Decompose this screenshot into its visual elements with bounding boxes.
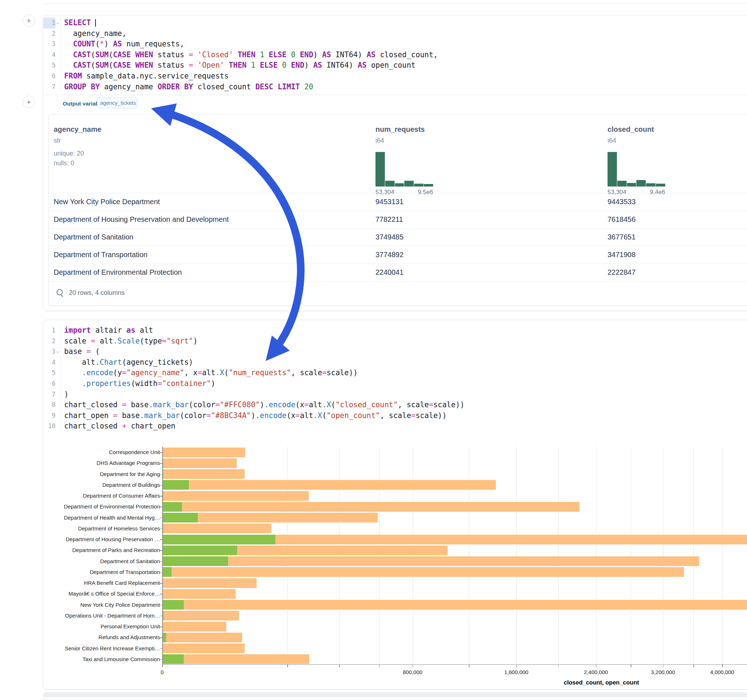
column-header[interactable]: num_requests	[375, 125, 425, 134]
line-number: 5	[43, 368, 56, 379]
bar-open-count	[162, 546, 237, 555]
gridline	[287, 447, 287, 665]
code-line[interactable]: 7GROUP BY agency_name ORDER BY closed_co…	[43, 82, 747, 92]
previous-cell-divider	[43, 4, 747, 4]
table-cell: 3471908	[608, 246, 636, 264]
x-tick	[558, 665, 559, 667]
line-number: 10	[43, 421, 56, 432]
python-editor[interactable]: 1import altair as alt2scale = alt.Scale(…	[43, 325, 747, 433]
bar-open-count	[162, 535, 275, 545]
line-number: 4	[43, 50, 56, 60]
chart-y-label: Department of Buildings	[45, 480, 160, 490]
table-row: New York City Police Department945313194…	[48, 193, 747, 211]
chart-y-label: DHS Advantage Programs	[45, 458, 160, 468]
bar-open-count	[162, 600, 184, 609]
bar-closed-count	[162, 654, 309, 664]
gridline	[722, 447, 723, 665]
x-tick	[379, 665, 380, 667]
line-number: 6	[43, 71, 56, 82]
chart-x-label: 2,400,000	[584, 669, 608, 675]
fold-chevron-icon[interactable]: ⌄	[56, 17, 59, 28]
fold-chevron-icon[interactable]: ⌄	[56, 345, 59, 356]
table-cell: 3774892	[375, 246, 404, 264]
table-footer: 20 rows, 4 columns	[48, 281, 747, 305]
table-cell: 7782211	[375, 211, 403, 228]
search-icon[interactable]	[57, 289, 63, 295]
line-number: 9	[43, 410, 56, 421]
x-tick	[287, 665, 288, 667]
code-line[interactable]: 9chart_open = base.mark_bar(color="#8BC3…	[43, 410, 747, 421]
code-line[interactable]: 3 COUNT(*) AS num_requests,	[43, 39, 747, 50]
bar-closed-count	[162, 589, 236, 599]
column-header[interactable]: closed_count	[608, 125, 654, 134]
bar-closed-count	[162, 523, 271, 533]
editor-output-divider	[43, 95, 747, 95]
bar-closed-count	[162, 502, 579, 512]
add-cell-button[interactable]: +	[23, 14, 35, 27]
column-type: i64	[608, 137, 616, 144]
x-tick	[413, 665, 413, 667]
code-line[interactable]: 4 alt.Chart(agency_tickets)	[43, 357, 747, 368]
table-cell: New York City Police Department	[54, 193, 160, 211]
chart-y-label: Taxi and Limousine Commission	[45, 654, 160, 665]
column-stat: nulls: 0	[54, 160, 74, 167]
bar-open-count	[162, 513, 198, 522]
column-stat: unique: 20	[54, 150, 84, 157]
add-cell-button[interactable]: +	[23, 96, 35, 108]
line-number: 1	[43, 18, 56, 29]
code-line[interactable]: 1import altair as alt	[43, 325, 747, 336]
output-variable-pill[interactable]: agency_tickets	[97, 98, 137, 109]
code-line[interactable]: 5 .encode(y="agency_name", x=alt.X("num_…	[43, 368, 747, 379]
x-axis-line	[162, 664, 747, 665]
bar-open-count	[162, 502, 182, 512]
bar-closed-count	[162, 491, 309, 501]
bar-closed-count	[162, 448, 245, 457]
bar-closed-count	[162, 567, 684, 577]
chart-x-label: 4,000,000	[710, 669, 734, 675]
table-row-count: 20 rows, 4 columns	[69, 289, 125, 297]
chart-y-label: Personal Exemption Unit	[45, 621, 160, 632]
code-line[interactable]: 6 .properties(width="container")	[43, 379, 747, 389]
python-cell: 1import altair as alt2scale = alt.Scale(…	[43, 320, 747, 689]
code-line[interactable]: 4 CAST(SUM(CASE WHEN status = 'Closed' T…	[43, 50, 747, 60]
next-cell-edge	[43, 692, 747, 697]
code-line[interactable]: 10chart_closed + chart_open	[43, 421, 747, 432]
code-line[interactable]: 5 CAST(SUM(CASE WHEN status = 'Open' THE…	[43, 60, 747, 71]
chart-x-label: 3,200,000	[651, 669, 675, 675]
column-histogram	[608, 152, 665, 187]
bar-closed-count	[162, 643, 245, 653]
table-cell: Department of Sanitation	[54, 228, 133, 246]
gridline	[413, 447, 413, 665]
sql-editor[interactable]: 1⌄SELECT 2 agency_name,3 COUNT(*) AS num…	[43, 18, 747, 93]
bar-open-count	[162, 654, 184, 664]
code-line[interactable]: 3⌄base = (	[43, 346, 747, 357]
code-line[interactable]: 2scale = alt.Scale(type="sqrt")	[43, 336, 747, 347]
line-number: 5	[43, 60, 56, 71]
gridline	[339, 447, 339, 665]
table-row: Department of Transportation377489234719…	[48, 246, 747, 264]
chart-y-label: Department for the Aging	[45, 469, 160, 480]
code-line[interactable]: 2 agency_name,	[43, 29, 747, 39]
code-line[interactable]: 6FROM sample_data.nyc.service_requests	[43, 71, 747, 82]
column-type: i64	[375, 137, 384, 144]
chart-x-label: 800,000	[403, 669, 422, 675]
code-line[interactable]: 1⌄SELECT	[43, 18, 747, 29]
gridline	[693, 447, 694, 665]
bar-closed-count	[162, 459, 237, 468]
chart-y-label: Department of Transportation	[45, 567, 160, 578]
x-tick	[469, 665, 470, 667]
chart-y-label: Refunds and Adjustments	[45, 632, 160, 643]
gridline	[596, 447, 596, 665]
line-number: 4	[43, 357, 56, 368]
code-line[interactable]: 7)	[43, 389, 747, 400]
chart-y-label: Department of Sanitation	[45, 556, 160, 567]
line-number: 3	[43, 39, 56, 50]
bar-closed-count	[162, 611, 239, 620]
bar-closed-count	[162, 600, 747, 609]
column-header[interactable]: agency_name	[54, 125, 101, 134]
gridline	[516, 447, 517, 665]
gridline	[631, 447, 631, 665]
code-line[interactable]: 8chart_closed = base.mark_bar(color="#FF…	[43, 400, 747, 410]
x-tick	[162, 665, 163, 667]
gridline	[558, 447, 558, 665]
